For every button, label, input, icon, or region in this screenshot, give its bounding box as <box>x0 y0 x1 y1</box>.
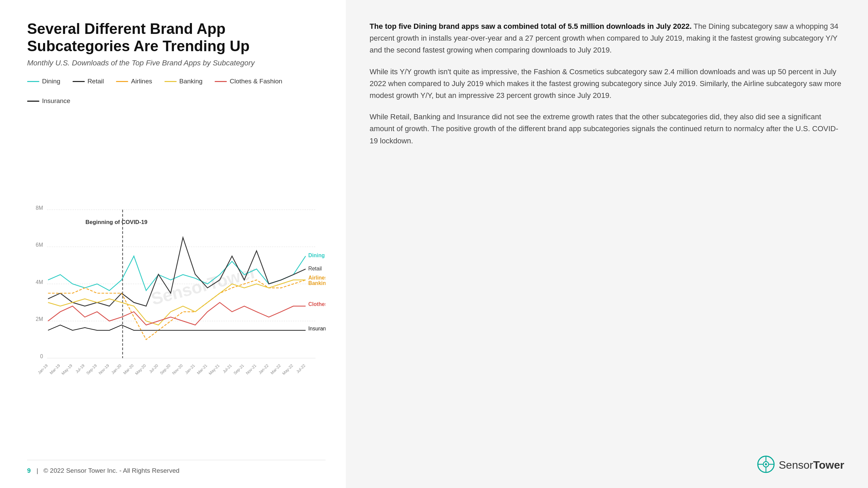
y-label-2m: 2M <box>36 316 43 322</box>
svg-point-29 <box>765 463 767 465</box>
paragraph-1-bold: The top five Dining brand apps saw a com… <box>370 22 692 30</box>
svg-text:Mar-20: Mar-20 <box>122 363 135 375</box>
right-panel-content: The top five Dining brand apps saw a com… <box>370 20 844 449</box>
left-panel: Several Different Brand App Subcategorie… <box>0 0 346 488</box>
inline-label-banking: Banking <box>308 280 326 286</box>
legend-insurance: Insurance <box>27 97 70 105</box>
legend-dining-label: Dining <box>42 78 60 85</box>
svg-text:Jul-20: Jul-20 <box>148 363 159 374</box>
y-label-8m: 8M <box>36 205 43 211</box>
legend-airlines: Airlines <box>116 78 152 85</box>
line-chart: 0 2M 4M 6M 8M Beginning of COVID-19 Sens… <box>27 111 326 453</box>
svg-text:Jan-21: Jan-21 <box>184 363 196 375</box>
logo-icon <box>757 455 775 474</box>
legend-airlines-label: Airlines <box>131 78 152 85</box>
svg-text:May-19: May-19 <box>61 363 73 376</box>
svg-text:May-22: May-22 <box>281 363 294 376</box>
legend-dining-line <box>27 81 39 82</box>
copyright: © 2022 Sensor Tower Inc. - All Rights Re… <box>43 467 179 474</box>
svg-text:Mar-22: Mar-22 <box>270 363 281 375</box>
y-label-4m: 4M <box>36 279 43 285</box>
covid-label: Beginning of COVID-19 <box>85 219 147 225</box>
legend-banking-label: Banking <box>179 78 203 85</box>
footer: 9 | © 2022 Sensor Tower Inc. - All Right… <box>27 460 326 474</box>
paragraph-3: While Retail, Banking and Insurance did … <box>370 111 844 147</box>
inline-label-airlines: Airlines <box>308 275 326 281</box>
legend-retail-line <box>73 81 85 82</box>
legend-insurance-line <box>27 101 39 102</box>
legend-retail-label: Retail <box>87 78 104 85</box>
svg-text:Nov-21: Nov-21 <box>245 363 257 375</box>
logo-svg <box>757 455 775 473</box>
right-footer: SensorTower <box>370 455 844 474</box>
svg-text:Nov-19: Nov-19 <box>98 363 110 375</box>
legend-banking: Banking <box>164 78 203 85</box>
legend-airlines-line <box>116 81 128 82</box>
legend-retail: Retail <box>73 78 104 85</box>
page-number: 9 <box>27 467 31 474</box>
legend-clothes-label: Clothes & Fashion <box>230 78 282 85</box>
paragraph-2: While its Y/Y growth isn't quite as impr… <box>370 66 844 102</box>
legend-banking-line <box>164 81 177 82</box>
legend-insurance-label: Insurance <box>42 97 70 105</box>
page-title: Several Different Brand App Subcategorie… <box>27 20 326 55</box>
svg-text:Jan-22: Jan-22 <box>258 363 270 375</box>
svg-text:Mar-21: Mar-21 <box>196 363 208 375</box>
x-labels-group: Jan-19 Mar-19 May-19 Jul-19 Sep-19 Nov-1… <box>37 363 306 375</box>
legend-dining: Dining <box>27 78 60 85</box>
svg-text:Mar-19: Mar-19 <box>49 363 61 375</box>
svg-text:Sep-21: Sep-21 <box>233 363 245 375</box>
svg-text:May-21: May-21 <box>208 363 220 376</box>
svg-text:Jul-19: Jul-19 <box>75 363 85 374</box>
svg-text:Jan-20: Jan-20 <box>111 363 122 375</box>
chart-subtitle: Monthly U.S. Downloads of the Top Five B… <box>27 59 326 67</box>
right-panel: The top five Dining brand apps saw a com… <box>346 0 868 488</box>
svg-text:Jul-21: Jul-21 <box>222 363 233 374</box>
svg-text:Jan-19: Jan-19 <box>37 363 48 375</box>
inline-label-retail: Retail <box>308 266 322 271</box>
paragraph-1: The top five Dining brand apps saw a com… <box>370 20 844 56</box>
divider: | <box>37 467 38 474</box>
chart-legend: Dining Retail Airlines Banking Clothes &… <box>27 78 326 105</box>
logo-sensor: Sensor <box>779 459 813 471</box>
legend-clothes: Clothes & Fashion <box>215 78 282 85</box>
legend-clothes-line <box>215 81 227 82</box>
inline-label-dining: Dining <box>308 252 325 258</box>
inline-label-clothes: Clothes & Fashion <box>308 301 326 307</box>
svg-text:Sep-20: Sep-20 <box>159 363 171 375</box>
y-label-6m: 6M <box>36 242 43 248</box>
svg-text:Sep-19: Sep-19 <box>85 363 98 375</box>
y-label-0: 0 <box>40 353 43 359</box>
sensortower-logo: SensorTower <box>757 455 844 474</box>
footer-left: 9 | © 2022 Sensor Tower Inc. - All Right… <box>27 467 179 474</box>
inline-label-insurance: Insurance <box>308 326 326 331</box>
logo-tower: Tower <box>813 459 844 471</box>
logo-text: SensorTower <box>779 459 844 471</box>
insurance-line <box>48 325 306 330</box>
svg-text:Jul-22: Jul-22 <box>295 363 306 374</box>
chart-container: 0 2M 4M 6M 8M Beginning of COVID-19 Sens… <box>27 111 326 453</box>
svg-text:May-20: May-20 <box>134 363 147 375</box>
svg-text:Nov-20: Nov-20 <box>171 363 183 375</box>
